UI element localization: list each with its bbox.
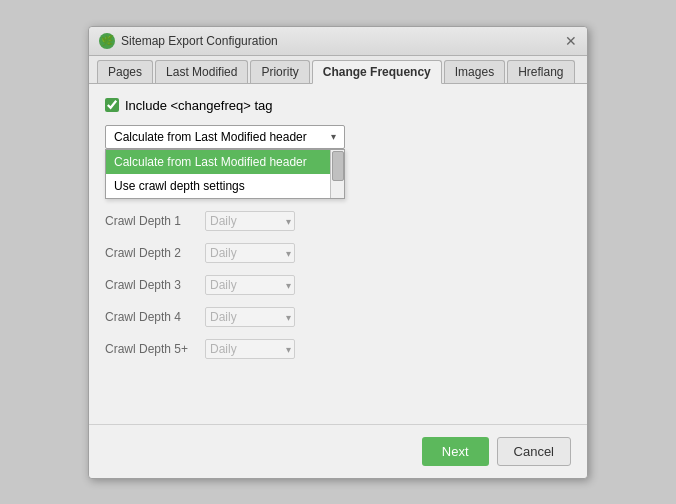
- crawl-row-0: Crawl Depth 1 Daily: [105, 209, 571, 233]
- dropdown-arrow-icon: ▾: [331, 131, 336, 142]
- include-changefreq-row: Include <changefreq> tag: [105, 98, 571, 113]
- tab-pages[interactable]: Pages: [97, 60, 153, 83]
- crawl-row-4: Crawl Depth 5+ Daily: [105, 337, 571, 361]
- include-changefreq-checkbox[interactable]: [105, 98, 119, 112]
- crawl-select-2[interactable]: Daily: [205, 275, 295, 295]
- crawl-select-wrapper-2: Daily: [205, 275, 295, 295]
- method-dropdown-container: Calculate from Last Modified header ▾ Ca…: [105, 125, 345, 149]
- tab-bar: Pages Last Modified Priority Change Freq…: [89, 56, 587, 84]
- include-changefreq-label: Include <changefreq> tag: [125, 98, 272, 113]
- crawl-depth-section: Crawl Depth 1 Daily Crawl Depth 2 Daily …: [105, 209, 571, 361]
- tab-hreflang[interactable]: Hreflang: [507, 60, 574, 83]
- dropdown-option-0[interactable]: Calculate from Last Modified header: [106, 150, 344, 174]
- tab-images[interactable]: Images: [444, 60, 505, 83]
- crawl-select-1[interactable]: Daily: [205, 243, 295, 263]
- crawl-label-4: Crawl Depth 5+: [105, 342, 195, 356]
- dropdown-selected-text: Calculate from Last Modified header: [114, 130, 307, 144]
- window-title: Sitemap Export Configuration: [121, 34, 278, 48]
- footer: Next Cancel: [89, 424, 587, 478]
- crawl-select-3[interactable]: Daily: [205, 307, 295, 327]
- crawl-select-wrapper-4: Daily: [205, 339, 295, 359]
- crawl-select-wrapper-0: Daily: [205, 211, 295, 231]
- close-button[interactable]: ✕: [565, 34, 577, 48]
- crawl-row-2: Crawl Depth 3 Daily: [105, 273, 571, 297]
- next-button[interactable]: Next: [422, 437, 489, 466]
- tab-change-frequency[interactable]: Change Frequency: [312, 60, 442, 84]
- tab-content: Include <changefreq> tag Calculate from …: [89, 84, 587, 424]
- tab-priority[interactable]: Priority: [250, 60, 309, 83]
- scrollbar-thumb: [332, 151, 344, 181]
- crawl-select-0[interactable]: Daily: [205, 211, 295, 231]
- app-icon: 🌿: [99, 33, 115, 49]
- crawl-select-wrapper-3: Daily: [205, 307, 295, 327]
- tab-last-modified[interactable]: Last Modified: [155, 60, 248, 83]
- crawl-label-0: Crawl Depth 1: [105, 214, 195, 228]
- dropdown-list: Calculate from Last Modified header Use …: [105, 149, 345, 199]
- crawl-row-3: Crawl Depth 4 Daily: [105, 305, 571, 329]
- crawl-label-2: Crawl Depth 3: [105, 278, 195, 292]
- main-window: 🌿 Sitemap Export Configuration ✕ Pages L…: [88, 26, 588, 479]
- titlebar: 🌿 Sitemap Export Configuration ✕: [89, 27, 587, 56]
- crawl-row-1: Crawl Depth 2 Daily: [105, 241, 571, 265]
- titlebar-left: 🌿 Sitemap Export Configuration: [99, 33, 278, 49]
- crawl-select-wrapper-1: Daily: [205, 243, 295, 263]
- dropdown-scrollbar: [330, 150, 344, 198]
- crawl-label-3: Crawl Depth 4: [105, 310, 195, 324]
- crawl-select-4[interactable]: Daily: [205, 339, 295, 359]
- method-dropdown-button[interactable]: Calculate from Last Modified header ▾: [105, 125, 345, 149]
- dropdown-option-1[interactable]: Use crawl depth settings: [106, 174, 344, 198]
- cancel-button[interactable]: Cancel: [497, 437, 571, 466]
- crawl-label-1: Crawl Depth 2: [105, 246, 195, 260]
